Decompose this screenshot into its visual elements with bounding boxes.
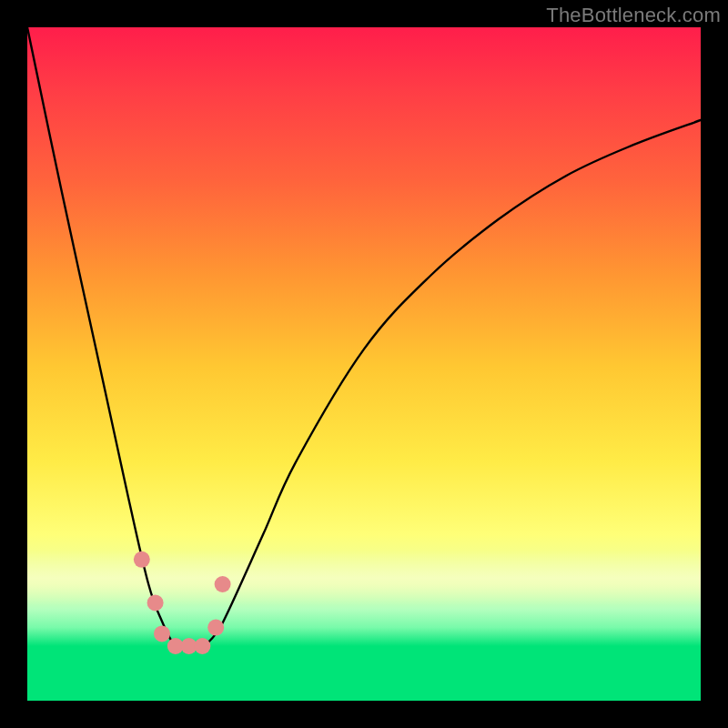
curve-layer xyxy=(27,27,701,701)
marker-dot xyxy=(194,638,210,654)
chart-frame: TheBottleneck.com xyxy=(0,0,728,728)
marker-dot xyxy=(207,620,224,636)
marker-group xyxy=(134,551,231,654)
marker-dot xyxy=(147,594,164,611)
watermark-text: TheBottleneck.com xyxy=(546,4,721,27)
plot-area xyxy=(27,27,701,701)
marker-dot xyxy=(134,551,150,568)
marker-dot xyxy=(154,625,170,642)
bottleneck-curve xyxy=(27,27,701,648)
marker-dot xyxy=(215,576,231,592)
